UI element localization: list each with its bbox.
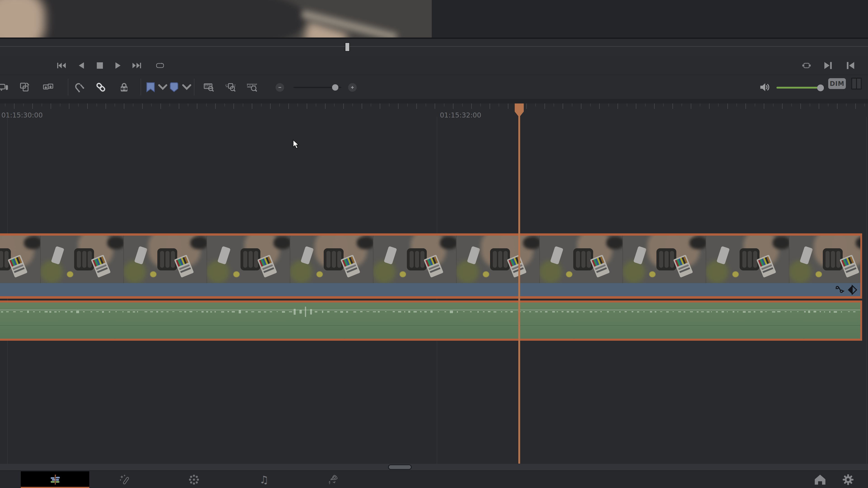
ruler-tick [554, 103, 554, 106]
waveform-dash [557, 311, 558, 312]
marker-icon[interactable] [168, 81, 180, 94]
ruler-tick [773, 103, 774, 106]
waveform-dash [227, 311, 229, 312]
waveform-dash [373, 311, 376, 312]
waveform-dash [44, 311, 48, 313]
waveform-dash [404, 311, 405, 313]
waveform-dash [523, 311, 525, 312]
waveform-dash [470, 311, 472, 312]
waveform-dash [848, 311, 850, 312]
ruler-tick [755, 103, 755, 106]
go-to-next-edit-icon[interactable] [823, 61, 834, 70]
waveform-dash [27, 311, 29, 313]
ruler-tick [142, 103, 143, 109]
swap-edit-icon[interactable] [19, 81, 31, 94]
scrollbar-handle[interactable] [388, 464, 412, 470]
waveform-dash [790, 311, 792, 312]
music-note-icon[interactable]: ♫ [256, 473, 272, 486]
divider-drag-handle[interactable] [345, 42, 350, 52]
audio-volume-line[interactable] [0, 310, 860, 310]
ruler-tick [288, 103, 289, 109]
waveform-dash [293, 309, 296, 315]
ruler-tick [480, 103, 481, 106]
thumbnail-detail [622, 236, 706, 283]
waveform-dash [510, 311, 513, 313]
thumbnail-detail [706, 236, 789, 283]
timeline-area[interactable]: 01:15:30:00 01:15:32:00 [0, 103, 868, 464]
ruler-tick [618, 103, 618, 109]
waveform-dash [378, 311, 380, 313]
keyframe-diamond-icon[interactable] [847, 285, 857, 295]
snapping-magnet-icon[interactable] [73, 81, 86, 94]
go-to-last-frame-icon[interactable] [131, 61, 142, 70]
waveform-dash [122, 311, 124, 312]
loop-playback-icon[interactable] [155, 61, 165, 70]
zoom-custom-icon[interactable] [246, 81, 258, 94]
curve-icon[interactable] [835, 285, 845, 295]
ruler-tick [855, 103, 856, 109]
speaker-icon[interactable] [758, 81, 771, 94]
zoom-detail-icon[interactable] [224, 81, 237, 94]
ruler-tick [682, 103, 682, 106]
gear-icon[interactable] [840, 473, 856, 486]
ruler-tick [490, 103, 490, 109]
zoom-slider[interactable] [293, 87, 341, 88]
waveform-dash [650, 311, 652, 313]
divider-line [0, 46, 868, 47]
ruler-tick [224, 103, 225, 106]
dim-button[interactable]: DIM [828, 78, 846, 89]
go-to-first-frame-icon[interactable] [56, 61, 67, 70]
ruler-tick [124, 103, 124, 109]
waveform-dash [797, 311, 799, 312]
home-icon[interactable] [812, 473, 828, 486]
zoom-out-button[interactable] [276, 83, 284, 92]
edit-page-icon[interactable] [47, 473, 63, 486]
volume-slider[interactable] [776, 87, 825, 89]
go-to-previous-edit-icon[interactable] [845, 61, 856, 70]
ruler-tick [581, 103, 581, 109]
toolbar-separator [68, 78, 68, 95]
flag-icon[interactable] [144, 81, 157, 94]
mixer-toggle-icon[interactable] [851, 78, 862, 90]
marker-menu-chevron-icon[interactable] [180, 81, 193, 94]
play-reverse-icon[interactable] [76, 61, 87, 70]
volume-slider-fill [776, 87, 821, 89]
ruler-tick [298, 103, 298, 106]
magic-wand-icon[interactable] [117, 473, 133, 486]
waveform-dash [13, 311, 16, 312]
rocket-icon[interactable] [324, 473, 341, 486]
ripple-overwrite-icon[interactable] [42, 81, 55, 94]
transport-bar [0, 57, 868, 75]
ruler-tick [545, 103, 545, 109]
position-lock-icon[interactable] [118, 81, 130, 94]
video-preview[interactable] [0, 0, 432, 37]
waveform-dash [552, 311, 555, 313]
loop-range-icon[interactable] [801, 61, 812, 70]
color-dots-icon[interactable] [186, 473, 202, 486]
ruler-tick [270, 103, 271, 109]
timeline-view-options-icon[interactable] [0, 81, 9, 94]
waveform-dash [6, 311, 9, 312]
video-clip[interactable] [0, 233, 862, 299]
ruler-tick [535, 103, 536, 106]
ruler-tick [800, 103, 801, 109]
zoom-slider-thumb[interactable] [332, 84, 338, 91]
playhead-handle[interactable] [515, 103, 524, 124]
timeline-scrollbar[interactable] [0, 464, 868, 470]
playhead-line[interactable] [518, 103, 520, 464]
ruler-tick [5, 103, 5, 106]
waveform-dash [834, 311, 837, 313]
stop-icon[interactable] [94, 61, 105, 70]
waveform-dash [327, 311, 330, 313]
waveform-dash [96, 311, 99, 312]
ruler-tick [526, 103, 527, 109]
flag-menu-chevron-icon[interactable] [156, 81, 169, 94]
audio-clip[interactable] [0, 300, 862, 341]
zoom-in-button[interactable] [348, 83, 357, 92]
ruler-tick [215, 103, 216, 109]
linked-selection-icon[interactable] [94, 81, 107, 94]
volume-slider-thumb[interactable] [817, 85, 824, 91]
waveform-dash [54, 311, 57, 313]
zoom-full-extent-icon[interactable] [203, 81, 215, 94]
play-forward-icon[interactable] [113, 61, 123, 70]
